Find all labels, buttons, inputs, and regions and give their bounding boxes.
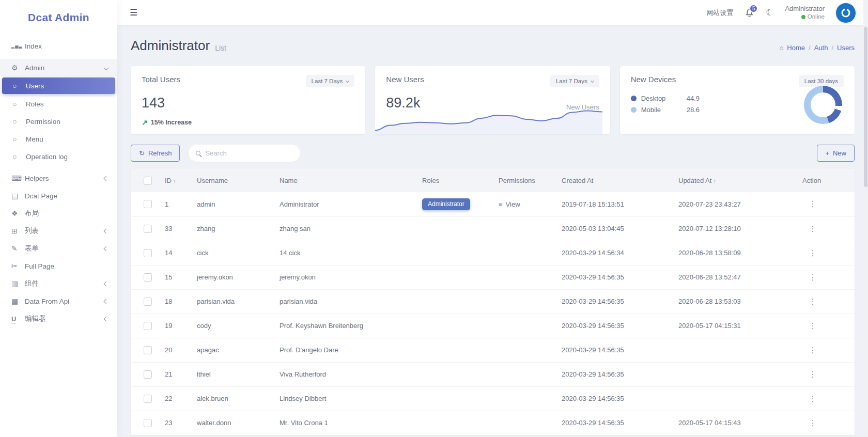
row-checkbox[interactable] <box>144 322 152 330</box>
sidebar-item-users[interactable]: ○ Users <box>2 77 115 94</box>
sidebar-item-label: Roles <box>26 100 44 108</box>
circle-icon: ○ <box>12 100 26 108</box>
cell-updated-at: 2020-07-12 13:28:10 <box>672 216 796 241</box>
row-checkbox[interactable] <box>144 225 152 233</box>
row-checkbox[interactable] <box>144 419 152 427</box>
breadcrumb-auth[interactable]: Auth <box>814 44 828 52</box>
sidebar-item-dcat-page[interactable]: ▤ Dcat Page <box>0 187 117 205</box>
sidebar-item-label: 列表 <box>25 226 39 236</box>
cell-name: Prof. Keyshawn Breitenberg <box>273 314 416 338</box>
legend-label: Mobile <box>641 106 687 114</box>
user-menu[interactable]: Administrator Online <box>785 5 825 21</box>
period-dropdown[interactable]: Last 7 Days <box>550 75 599 87</box>
sidebar-item-admin[interactable]: ⚙ Admin <box>0 59 117 76</box>
sidebar-item-form[interactable]: ✎ 表单 <box>0 240 117 257</box>
sidebar-item-index[interactable]: ▂▅▃ Index <box>0 37 117 55</box>
legend-value: 44.9 <box>687 95 700 102</box>
table-row: 19 cody Prof. Keyshawn Breitenberg 2020-… <box>131 314 855 338</box>
sidebar-item-full-page[interactable]: ✂ Full Page <box>0 257 117 275</box>
row-checkbox[interactable] <box>144 395 152 403</box>
scrollbar-thumb[interactable] <box>864 27 867 187</box>
sidebar-item-label: Index <box>25 42 42 50</box>
breadcrumb-home[interactable]: Home <box>787 44 805 52</box>
app-logo[interactable]: Dcat Admin <box>0 0 117 37</box>
cell-created-at: 2020-03-29 14:56:35 <box>555 411 672 435</box>
view-permissions-link[interactable]: ≡View <box>499 200 555 208</box>
row-actions-menu[interactable]: ⋮ <box>802 248 823 258</box>
cell-roles <box>416 338 492 362</box>
sidebar-item-menu[interactable]: ○ Menu <box>0 130 117 148</box>
cell-created-at: 2020-03-29 14:56:35 <box>555 289 672 314</box>
cell-name: parisian.vida <box>273 289 416 314</box>
row-checkbox[interactable] <box>144 298 152 306</box>
chevron-left-icon <box>104 316 109 321</box>
site-settings-link[interactable]: 网站设置 <box>706 8 733 18</box>
sidebar-item-helpers[interactable]: ⌨ Helpers <box>0 169 117 187</box>
row-actions-menu[interactable]: ⋮ <box>802 297 823 306</box>
new-users-area-chart <box>375 104 602 134</box>
cell-permissions <box>492 265 555 289</box>
breadcrumb-users[interactable]: Users <box>837 44 855 52</box>
search-icon <box>196 151 200 155</box>
sidebar-item-label: Data From Api <box>25 298 69 305</box>
cell-name: 14 cick <box>273 241 416 265</box>
row-actions-menu[interactable]: ⋮ <box>802 199 823 209</box>
row-actions-menu[interactable]: ⋮ <box>802 370 823 379</box>
notifications-button[interactable]: 5 <box>745 8 754 18</box>
devices-donut-chart <box>804 86 842 124</box>
cell-id: 33 <box>159 216 191 241</box>
hamburger-menu-icon[interactable]: ☰ <box>130 7 137 18</box>
cell-name: zhang san <box>273 216 416 241</box>
sidebar-item-label: Helpers <box>25 175 49 182</box>
sidebar-item-operation-log[interactable]: ○ Operation log <box>0 148 117 165</box>
table-row: 1 admin Administrator Administrator ≡Vie… <box>131 192 855 216</box>
row-actions-menu[interactable]: ⋮ <box>802 224 823 233</box>
sidebar-item-label: 表单 <box>25 244 39 253</box>
refresh-button[interactable]: ↻ Refresh <box>131 145 180 162</box>
new-button[interactable]: + New <box>817 145 855 162</box>
row-actions-menu[interactable]: ⋮ <box>802 394 823 403</box>
cell-username: apagac <box>191 338 273 362</box>
row-actions-menu[interactable]: ⋮ <box>802 418 823 428</box>
row-checkbox[interactable] <box>144 200 152 208</box>
column-header-id[interactable]: ID↑ <box>159 169 191 192</box>
row-checkbox[interactable] <box>144 370 152 379</box>
sidebar-item-label: Users <box>26 82 44 90</box>
row-checkbox[interactable] <box>144 346 152 354</box>
chevron-down-icon <box>591 79 594 82</box>
list-icon: ≡ <box>499 200 503 208</box>
circle-icon: ○ <box>12 117 26 126</box>
sidebar-item-list[interactable]: ⊞ 列表 <box>0 222 117 240</box>
select-all-checkbox[interactable] <box>144 177 152 185</box>
table-row: 18 parisian.vida parisian.vida 2020-03-2… <box>131 289 855 314</box>
period-dropdown[interactable]: Last 7 Days <box>306 75 355 87</box>
sidebar-item-roles[interactable]: ○ Roles <box>0 95 117 113</box>
dark-mode-toggle-icon[interactable]: ☾ <box>766 7 773 18</box>
cell-created-at: 2020-03-29 14:56:35 <box>555 314 672 338</box>
table-row: 33 zhang zhang san 2020-05-03 13:04:45 2… <box>131 216 855 241</box>
sidebar-item-layout[interactable]: ❖ 布局 <box>0 205 117 222</box>
avatar[interactable] <box>836 3 856 23</box>
row-actions-menu[interactable]: ⋮ <box>802 321 823 331</box>
sidebar-item-component[interactable]: ▥ 组件 <box>0 275 117 292</box>
scrollbar[interactable] <box>863 0 868 437</box>
cell-roles <box>416 241 492 265</box>
row-actions-menu[interactable]: ⋮ <box>802 273 823 282</box>
row-checkbox[interactable] <box>144 249 152 257</box>
cell-created-at: 2020-03-29 14:56:35 <box>555 386 672 411</box>
online-status-dot <box>801 15 805 19</box>
row-checkbox[interactable] <box>144 273 152 282</box>
search-input[interactable] <box>205 149 293 157</box>
row-actions-menu[interactable]: ⋮ <box>802 346 823 355</box>
cell-updated-at: 2020-06-28 13:53:03 <box>672 289 796 314</box>
sidebar-item-editor[interactable]: U 编辑器 <box>0 310 117 327</box>
user-name: Administrator <box>785 5 825 13</box>
cell-roles <box>416 289 492 314</box>
search-box[interactable] <box>189 145 300 162</box>
sidebar-item-permission[interactable]: ○ Permission <box>0 113 117 130</box>
online-status-label: Online <box>808 13 825 20</box>
column-header-permissions: Permissions <box>492 169 555 192</box>
sidebar-item-data-from-api[interactable]: ▦ Data From Api <box>0 292 117 310</box>
cell-id: 1 <box>159 192 191 216</box>
column-header-updated-at[interactable]: Updated At↑ <box>672 169 796 192</box>
